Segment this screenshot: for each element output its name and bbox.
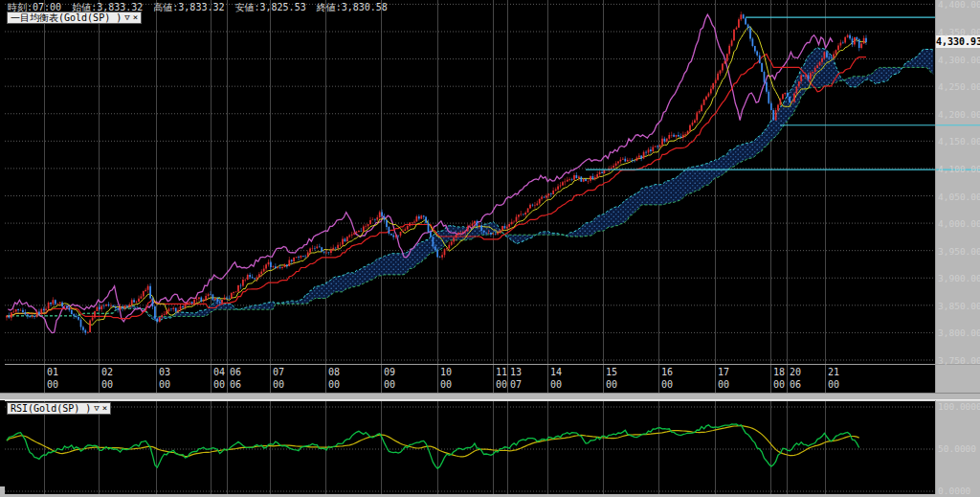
x-axis-hour-label: 00: [828, 379, 839, 390]
x-axis-date-label: 18: [773, 367, 785, 377]
x-axis-tick: [715, 365, 716, 393]
rsi-chip-label: RSI(Gold(SP) ): [11, 403, 91, 414]
x-axis-date-label: 07: [273, 367, 284, 377]
x-axis-tick: [658, 365, 659, 393]
info-high: 高値:3,833.32: [153, 1, 224, 14]
x-axis-hour-label: 06: [790, 379, 801, 390]
rsi-axis-label: 50.0000: [938, 443, 976, 454]
rsi-axis-label: 0.0000: [938, 486, 970, 496]
x-axis-hour-label: 00: [47, 379, 58, 390]
x-axis-tick: [437, 365, 438, 393]
rsi-close-icon[interactable]: ×: [102, 403, 107, 414]
x-axis-tick: [156, 365, 157, 393]
x-axis-tick: [381, 365, 382, 393]
ichimoku-close-icon[interactable]: ×: [133, 12, 138, 23]
x-axis-tick: [493, 365, 494, 393]
x-axis-date-label: 20: [790, 367, 801, 377]
x-axis-tick: [211, 365, 212, 393]
x-axis-hour-label: 00: [440, 379, 452, 390]
rsi-axis-label: 100.0000: [938, 401, 980, 412]
x-axis-hour-label: 00: [606, 379, 617, 390]
price-axis-label: 3,850.00: [938, 301, 980, 311]
x-axis-tick: [99, 365, 100, 393]
current-price-tag: 4,330.93: [936, 35, 980, 48]
price-axis-label: 4,000.00: [938, 218, 980, 229]
chart-window: 時刻:07:00 始値:3,833.32 高値:3,833.32 安値:3,82…: [0, 0, 980, 497]
info-close: 終値:3,830.58: [317, 1, 388, 14]
x-axis-tick: [325, 365, 326, 393]
x-axis-hour-label: 00: [328, 379, 340, 390]
x-axis-hour-label: 00: [550, 379, 562, 390]
x-axis-date-label: 03: [159, 367, 170, 377]
price-axis-label: 3,950.00: [938, 246, 980, 257]
x-axis-tick: [270, 365, 271, 393]
x-axis-date-label: 14: [550, 367, 562, 377]
x-axis-date-label: 13: [510, 367, 522, 377]
price-axis-label: 4,050.00: [938, 192, 980, 202]
x-axis-date-label: 15: [606, 367, 617, 377]
x-axis-hour-label: 00: [773, 379, 785, 390]
price-axis-label: 3,750.00: [938, 355, 980, 366]
x-axis-date-label: 04: [213, 367, 225, 377]
x-axis-date-label: 10: [440, 367, 452, 377]
main-chart-panel[interactable]: [5, 0, 935, 364]
x-axis-hour-label: 00: [159, 379, 170, 390]
rsi-indicator-chip: RSI(Gold(SP) ) ▽ ×: [7, 402, 111, 415]
price-axis-label: 4,100.00: [938, 164, 980, 174]
x-axis-hour-label: 07: [510, 379, 522, 390]
x-axis-date-label: 08: [328, 367, 340, 377]
x-axis-hour-label: 00: [273, 379, 284, 390]
x-axis-hour-label: 00: [496, 379, 507, 390]
price-axis-label: 3,900.00: [938, 273, 980, 283]
x-axis-hour-label: 00: [384, 379, 395, 390]
rsi-collapse-icon[interactable]: ▽: [94, 403, 99, 414]
price-axis-label: 4,350.00: [938, 27, 980, 37]
price-axis-label: 4,400.00: [938, 0, 980, 10]
panel-splitter[interactable]: [0, 393, 980, 400]
ichimoku-chip-label: 一目均衡表(Gold(SP) ): [11, 12, 122, 23]
x-axis-hour-label: 00: [213, 379, 225, 390]
price-axis-label: 4,200.00: [938, 109, 980, 120]
x-axis-hour-label: 00: [718, 379, 729, 390]
x-axis-tick: [825, 365, 826, 393]
x-axis-date-label: 02: [101, 367, 113, 377]
ichimoku-collapse-icon[interactable]: ▽: [124, 12, 129, 23]
x-axis-date-label: 09: [384, 367, 395, 377]
x-axis-hour-label: 06: [230, 379, 241, 390]
x-axis-date-label: 17: [718, 367, 729, 377]
x-axis-tick: [227, 365, 228, 393]
x-axis-tick: [547, 365, 548, 393]
ichimoku-indicator-chip: 一目均衡表(Gold(SP) ) ▽ ×: [7, 11, 142, 24]
x-axis-date-label: 16: [661, 367, 673, 377]
rsi-chart-panel[interactable]: [5, 400, 935, 494]
price-axis-label: 4,300.00: [938, 55, 980, 65]
x-axis-tick: [44, 365, 45, 393]
x-axis-date-label: 11: [496, 367, 507, 377]
x-axis-date-label: 06: [230, 367, 241, 377]
x-axis-hour-label: 00: [101, 379, 113, 390]
x-axis-tick: [787, 365, 788, 393]
x-axis-hour-label: 00: [661, 379, 673, 390]
price-axis-label: 4,150.00: [938, 136, 980, 147]
x-axis-date-label: 01: [47, 367, 58, 377]
x-axis-tick: [507, 365, 508, 393]
info-low: 安値:3,825.53: [235, 1, 306, 14]
x-axis-tick: [603, 365, 604, 393]
price-axis-label: 3,800.00: [938, 328, 980, 338]
x-axis-tick: [770, 365, 771, 393]
price-axis-label: 4,250.00: [938, 81, 980, 92]
x-axis-date-label: 21: [828, 367, 839, 377]
